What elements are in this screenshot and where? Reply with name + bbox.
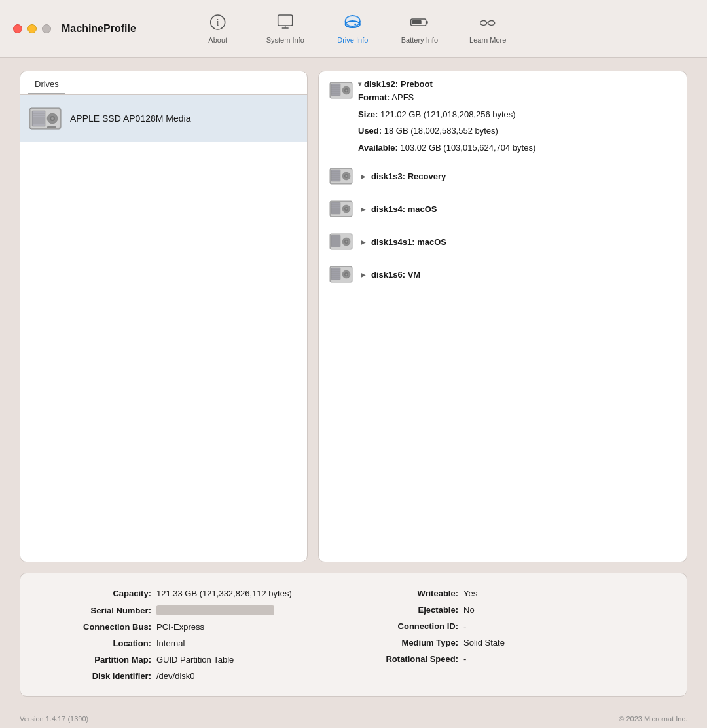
learn-more-icon [478,14,498,33]
disk1s4-label: disk1s4: macOS [371,204,437,214]
capacity-value: 121.33 GB (121,332,826,112 bytes) [156,589,292,598]
svg-point-49 [346,175,348,177]
main-content: Drives [0,58,707,710]
tab-drive[interactable]: Drive Info [320,9,386,49]
disk1s4-chevron[interactable]: ▶ [361,206,366,213]
svg-point-8 [354,23,356,25]
drive-name: APPLE SSD AP0128M Media [70,113,190,124]
disk1s2-icon [329,81,353,101]
ejectable-row: Ejectable: No [354,602,661,618]
drive-item[interactable]: APPLE SSD AP0128M Media [20,95,307,142]
svg-text:i: i [217,18,219,27]
about-icon: i [209,14,227,33]
svg-point-26 [51,117,54,120]
svg-rect-11 [412,20,422,24]
serial-value [156,605,274,615]
drives-panel: Drives [20,71,308,562]
disk1s4s1-chevron[interactable]: ▶ [361,238,366,246]
hdd-icon [29,105,62,132]
connection-id-row: Connection ID: - [354,618,661,634]
medium-type-value: Solid State [463,638,505,647]
copyright-label: © 2023 Micromat Inc. [619,715,687,723]
app-title: MachineProfile [62,23,136,35]
disk1s4-icon [329,199,353,220]
titlebar: MachineProfile i About System Info [0,0,707,58]
disk-identifier-value: /dev/disk0 [156,671,195,681]
top-panel: Drives [20,71,687,562]
disk1s2-used-row: Used: 18 GB (18,002,583,552 bytes) [358,122,676,139]
drives-tab-bar: Drives [20,71,307,95]
svg-rect-27 [47,126,56,128]
disk1s2-entry: ▾ disk1s2: Preboot Format: APFS Size: 12… [329,79,676,156]
drives-tab[interactable]: Drives [28,77,65,94]
partition-map-label: Partition Map: [46,655,151,664]
connection-bus-value: PCI-Express [156,622,204,632]
disk1s2-title: ▾ disk1s2: Preboot [358,79,676,89]
location-value: Internal [156,638,185,648]
disk1s2-avail-label: Available: [358,143,398,153]
rotational-speed-value: - [463,654,466,664]
disk1s6-label: disk1s6: VM [371,270,420,280]
disk1s4-entry: ▶ disk1s4: macOS [329,194,676,224]
serial-label: Serial Number: [46,606,151,615]
location-label: Location: [46,638,151,648]
svg-point-71 [346,241,348,243]
svg-point-13 [488,20,495,25]
svg-rect-10 [426,21,428,24]
connection-bus-label: Connection Bus: [46,622,151,632]
disk1s2-format-label: Format: [358,92,390,102]
system-icon [276,14,295,33]
disk1s4s1-entry: ▶ disk1s4s1: macOS [329,227,676,257]
toolbar: i About System Info [185,9,522,49]
disk1s2-used-value: 18 GB (18,002,583,552 bytes) [384,126,498,136]
disk1s2-format-value: APFS [391,92,414,102]
footer: Version 1.4.17 (1390) © 2023 Micromat In… [0,710,707,728]
maximize-button[interactable] [42,24,51,33]
traffic-lights [13,24,51,33]
writeable-label: Writeable: [354,589,458,598]
capacity-row: Capacity: 121.33 GB (121,332,826,112 byt… [46,585,354,602]
disk-identifier-row: Disk Identifier: /dev/disk0 [46,668,354,684]
serial-row: Serial Number: [46,602,354,619]
drives-tab-label: Drives [35,79,59,89]
medium-type-row: Medium Type: Solid State [354,634,661,651]
disk1s2-used-label: Used: [358,126,382,136]
tab-about[interactable]: i About [185,9,251,49]
tab-battery[interactable]: Battery Info [386,9,454,49]
minimize-button[interactable] [27,24,37,33]
disk1s6-chevron[interactable]: ▶ [361,271,366,278]
rotational-speed-label: Rotational Speed: [354,654,458,664]
disk1s2-size-label: Size: [358,109,378,119]
disk1s4s1-label: disk1s4s1: macOS [371,237,446,247]
svg-point-38 [346,90,348,92]
info-left-col: Capacity: 121.33 GB (121,332,826,112 byt… [46,585,354,684]
disk1s3-chevron[interactable]: ▶ [361,173,366,180]
close-button[interactable] [13,24,22,33]
writeable-row: Writeable: Yes [354,585,661,602]
connection-id-value: - [463,621,466,631]
capacity-label: Capacity: [46,589,151,598]
tab-system-label: System Info [266,36,304,44]
disk1s2-label: disk1s2: Preboot [364,79,433,89]
disk1s2-format-row: Format: APFS [358,89,676,106]
rotational-speed-row: Rotational Speed: - [354,651,661,667]
partition-map-value: GUID Partition Table [156,655,234,664]
medium-type-label: Medium Type: [354,638,458,647]
info-panel: Capacity: 121.33 GB (121,332,826,112 byt… [20,573,687,697]
tab-more-label: Learn More [469,36,506,44]
disk1s6-icon [329,264,353,285]
svg-point-82 [346,274,348,276]
disk1s2-chevron[interactable]: ▾ [358,81,361,88]
svg-point-60 [346,208,348,210]
drive-icon [344,14,362,33]
tab-battery-label: Battery Info [401,36,438,44]
disk1s6-entry: ▶ disk1s6: VM [329,259,676,289]
battery-icon [410,14,429,33]
tab-system[interactable]: System Info [251,9,320,49]
svg-rect-2 [278,15,293,26]
svg-point-12 [480,20,487,25]
tab-more[interactable]: Learn More [454,9,522,49]
drives-list: APPLE SSD AP0128M Media [20,95,307,562]
ejectable-value: No [463,605,475,615]
connection-id-label: Connection ID: [354,621,458,631]
